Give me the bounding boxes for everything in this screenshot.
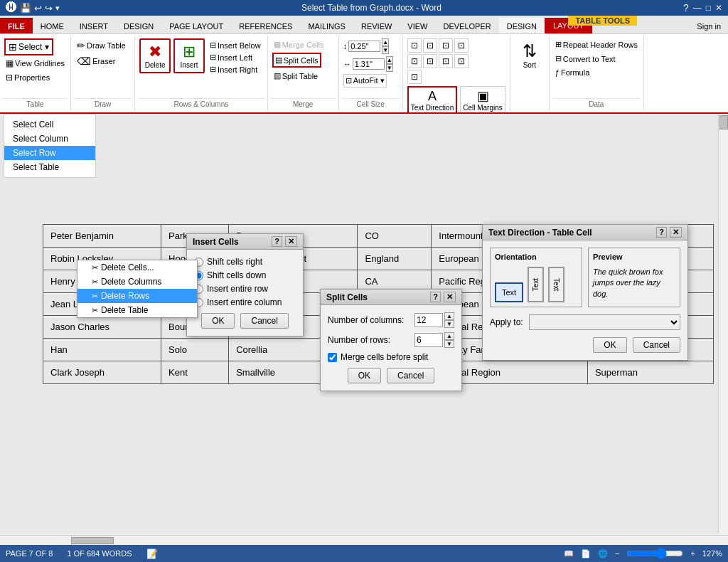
scroll-thumb-h[interactable]: [71, 537, 114, 544]
select-table-item[interactable]: Select Table: [4, 160, 95, 174]
columns-up[interactable]: ▲: [444, 312, 454, 320]
table-cell[interactable]: Superman: [587, 361, 713, 384]
insert-btn[interactable]: ⊞ Insert: [173, 38, 205, 73]
orient-vertical-right[interactable]: Text: [548, 267, 564, 302]
align-bot-center[interactable]: ⊡: [454, 54, 469, 68]
align-top-right[interactable]: ⊡: [439, 38, 453, 53]
col-width-input[interactable]: [353, 58, 385, 70]
shift-down-option[interactable]: Shift cells down: [194, 270, 296, 280]
table-cell[interactable]: Kent: [161, 361, 229, 384]
tab-page-layout[interactable]: PAGE LAYOUT: [161, 18, 231, 33]
text-dir-help[interactable]: ?: [656, 227, 667, 238]
row-height-up[interactable]: ▲: [382, 38, 389, 46]
zoom-slider[interactable]: [626, 548, 683, 559]
tab-references[interactable]: REFERENCES: [231, 18, 300, 33]
col-width-down[interactable]: ▼: [386, 64, 393, 72]
repeat-header-btn[interactable]: ⊞Repeat Header Rows: [554, 38, 639, 51]
split-cells-ok[interactable]: OK: [348, 368, 381, 383]
orient-vertical-left[interactable]: Text: [528, 267, 544, 302]
select-column-item[interactable]: Select Column: [4, 132, 95, 146]
tab-insert[interactable]: INSERT: [72, 18, 116, 33]
scrollbar-vertical[interactable]: [718, 114, 728, 534]
rows-input[interactable]: [414, 333, 443, 347]
help-icon[interactable]: ?: [683, 2, 689, 14]
zoom-in-btn[interactable]: +: [690, 549, 695, 558]
convert-to-text-btn[interactable]: ⊟Convert to Text: [554, 53, 617, 65]
insert-cells-ok[interactable]: OK: [201, 313, 235, 329]
table-cell[interactable]: Solo: [161, 339, 229, 361]
cell-margins-btn[interactable]: ▣ Cell Margins: [460, 86, 505, 114]
sort-btn[interactable]: ⇅ Sort: [520, 38, 540, 72]
columns-input[interactable]: [414, 313, 443, 327]
tab-review[interactable]: REVIEW: [353, 18, 400, 33]
view-gridlines-btn[interactable]: ▦ View Gridlines: [4, 57, 66, 70]
align-bot-left[interactable]: ⊡: [439, 54, 453, 68]
text-direction-btn[interactable]: A Text Direction: [407, 86, 458, 114]
columns-down[interactable]: ▼: [444, 320, 454, 328]
draw-table-btn[interactable]: ✏ Draw Table: [75, 38, 127, 53]
align-bot-right[interactable]: ⊡: [407, 70, 422, 84]
tab-file[interactable]: FILE: [0, 18, 33, 33]
tab-mailings[interactable]: MAILINGS: [300, 18, 353, 33]
select-row-item[interactable]: Select Row: [4, 146, 95, 160]
insert-below-btn[interactable]: ⊟Insert Below: [209, 40, 262, 51]
tab-developer[interactable]: DEVELOPER: [435, 18, 498, 33]
split-cells-cancel[interactable]: Cancel: [387, 368, 434, 383]
insert-column-option[interactable]: Insert entire column: [194, 297, 296, 307]
rows-up[interactable]: ▲: [444, 332, 454, 340]
table-cell[interactable]: England: [358, 248, 432, 270]
formula-btn[interactable]: ƒFormula: [554, 67, 591, 78]
align-mid-right[interactable]: ⊡: [423, 54, 437, 68]
col-width-up[interactable]: ▲: [386, 56, 393, 64]
insert-right-btn[interactable]: ⊟Insert Right: [209, 64, 262, 75]
select-cell-item[interactable]: Select Cell: [4, 117, 95, 132]
ctx-delete-table[interactable]: ✂Delete Table: [77, 303, 197, 317]
insert-row-option[interactable]: Insert entire row: [194, 284, 296, 294]
split-cells-close[interactable]: ✕: [444, 292, 456, 302]
text-dir-cancel[interactable]: Cancel: [633, 337, 680, 353]
eraser-btn[interactable]: ⌫ Eraser: [75, 54, 117, 68]
table-cell[interactable]: Han: [43, 339, 161, 361]
properties-btn[interactable]: ⊟ Properties: [4, 71, 51, 84]
row-height-input[interactable]: [348, 41, 380, 52]
web-layout-icon[interactable]: 🌐: [598, 549, 608, 558]
tab-home[interactable]: HOME: [33, 18, 72, 33]
align-top-center[interactable]: ⊡: [423, 38, 437, 53]
table-cell[interactable]: Jason Charles: [43, 316, 161, 339]
merge-cells-btn[interactable]: ▦Merge Cells: [272, 38, 326, 51]
table-cell[interactable]: CO: [358, 225, 432, 248]
ctx-delete-columns[interactable]: ✂Delete Columns: [77, 275, 197, 289]
align-mid-center[interactable]: ⊡: [407, 54, 422, 68]
tab-table-design[interactable]: DESIGN: [499, 18, 545, 33]
text-dir-ok[interactable]: OK: [593, 337, 626, 353]
table-cell[interactable]: Clark Joseph: [43, 361, 161, 384]
merge-before-split-option[interactable]: Merge cells before split: [328, 352, 454, 362]
autofit-btn[interactable]: ⊡AutoFit ▾: [343, 74, 387, 88]
insert-cells-cancel[interactable]: Cancel: [240, 313, 288, 329]
ctx-delete-rows[interactable]: ✂Delete Rows: [77, 289, 197, 303]
select-button[interactable]: ⊞ Select ▾: [4, 38, 53, 55]
minimize-btn[interactable]: —: [693, 3, 702, 13]
align-top-left[interactable]: ⊡: [407, 38, 422, 53]
print-layout-icon[interactable]: 📄: [581, 549, 591, 558]
insert-cells-help[interactable]: ?: [272, 236, 282, 247]
split-cells-help[interactable]: ?: [430, 292, 441, 302]
rows-down[interactable]: ▼: [444, 340, 454, 348]
table-cell[interactable]: Peter Benjamin: [43, 225, 161, 248]
align-mid-left[interactable]: ⊡: [454, 38, 469, 53]
zoom-out-btn[interactable]: −: [615, 549, 619, 558]
spell-check-icon[interactable]: 📝: [146, 548, 158, 559]
text-dir-close[interactable]: ✕: [670, 227, 682, 238]
apply-to-select[interactable]: [529, 314, 680, 330]
scroll-thumb[interactable]: [719, 115, 728, 129]
sign-in[interactable]: Sign in: [690, 19, 728, 33]
tab-design[interactable]: DESIGN: [116, 18, 161, 33]
tab-view[interactable]: VIEW: [400, 18, 435, 33]
ctx-delete-cells[interactable]: ✂Delete Cells...: [77, 260, 197, 275]
insert-left-btn[interactable]: ⊟Insert Left: [209, 52, 262, 63]
scrollbar-horizontal[interactable]: [0, 535, 728, 545]
insert-cells-close[interactable]: ✕: [285, 236, 297, 247]
close-btn[interactable]: ✕: [715, 3, 722, 13]
restore-btn[interactable]: □: [706, 3, 711, 13]
shift-right-option[interactable]: Shift cells right: [194, 257, 296, 267]
